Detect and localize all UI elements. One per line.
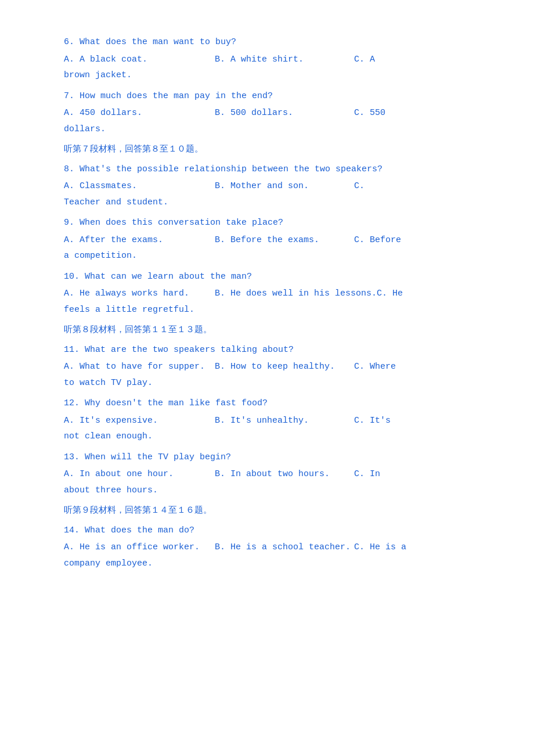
question-block-q11: 11. What are the two speakers talking ab…: [64, 343, 488, 391]
option-a-q13: A. In about one hour.: [64, 467, 215, 482]
overflow-q14: company employee.: [64, 556, 488, 571]
question-text-q9: 9. When does this conversation take plac…: [64, 215, 488, 231]
option-c-q13: C. In: [354, 467, 424, 482]
option-a-q7: A. 450 dollars.: [64, 106, 215, 121]
option-a-q10: A. He always works hard.: [64, 286, 215, 301]
option-c-q7: C. 550: [354, 106, 424, 121]
question-text-q8: 8. What's the possible relationship betw…: [64, 162, 488, 177]
overflow-q7: dollars.: [64, 122, 488, 137]
question-block-q12: 12. Why doesn't the man like fast food?A…: [64, 396, 488, 444]
overflow-q12: not clean enough.: [64, 429, 488, 444]
option-b-q13: B. In about two hours.: [215, 467, 354, 482]
question-text-q6: 6. What does the man want to buy?: [64, 35, 488, 50]
options-line-q7: A. 450 dollars.B. 500 dollars.C. 550: [64, 106, 488, 121]
overflow-q6: brown jacket.: [64, 68, 488, 83]
options-line-q14: A. He is an office worker.B. He is a sch…: [64, 540, 488, 555]
question-block-q7: 7. How much does the man pay in the end?…: [64, 89, 488, 137]
options-line-q10: A. He always works hard.B. He does well …: [64, 286, 488, 301]
section-header-section8: 听第８段材料，回答第１１至１３题。: [64, 323, 488, 338]
question-text-q14: 14. What does the man do?: [64, 523, 488, 538]
options-line-q9: A. After the exams.B. Before the exams.C…: [64, 233, 488, 248]
question-block-q6: 6. What does the man want to buy?A. A bl…: [64, 35, 488, 83]
question-text-q11: 11. What are the two speakers talking ab…: [64, 343, 488, 358]
option-c-q12: C. It's: [354, 413, 424, 429]
option-b-q11: B. How to keep healthy.: [215, 359, 354, 375]
question-block-q14: 14. What does the man do?A. He is an off…: [64, 523, 488, 571]
option-b-q7: B. 500 dollars.: [215, 106, 354, 121]
option-a-q12: A. It's expensive.: [64, 413, 215, 429]
question-block-q8: 8. What's the possible relationship betw…: [64, 162, 488, 210]
options-line-q6: A. A black coat.B. A white shirt.C. A: [64, 52, 488, 67]
exam-content: 6. What does the man want to buy?A. A bl…: [64, 35, 488, 571]
option-b-q9: B. Before the exams.: [215, 233, 354, 248]
overflow-q13: about three hours.: [64, 483, 488, 498]
options-line-q11: A. What to have for supper.B. How to kee…: [64, 359, 488, 375]
option-b-q14: B. He is a school teacher.: [215, 540, 354, 555]
option-a-q6: A. A black coat.: [64, 52, 215, 67]
section-header-section9: 听第９段材料，回答第１４至１６题。: [64, 503, 488, 519]
option-b-q6: B. A white shirt.: [215, 52, 354, 67]
section-header-section7: 听第７段材料，回答第８至１０题。: [64, 142, 488, 157]
question-text-q13: 13. When will the TV play begin?: [64, 450, 488, 465]
overflow-q9: a competition.: [64, 249, 488, 264]
option-a-q11: A. What to have for supper.: [64, 359, 215, 375]
question-text-q10: 10. What can we learn about the man?: [64, 269, 488, 285]
options-line-q13: A. In about one hour.B. In about two hou…: [64, 467, 488, 482]
options-line-q8: A. Classmates.B. Mother and son.C.: [64, 179, 488, 194]
option-c-q8: C.: [354, 179, 424, 194]
option-c-q14: C. He is a: [354, 540, 424, 555]
option-a-q14: A. He is an office worker.: [64, 540, 215, 555]
option-b-q8: B. Mother and son.: [215, 179, 354, 194]
option-c-q11: C. Where: [354, 359, 424, 375]
option-b-q10: B. He does well in his lessons.: [215, 286, 377, 301]
question-text-q7: 7. How much does the man pay in the end?: [64, 89, 488, 104]
options-line-q12: A. It's expensive.B. It's unhealthy.C. I…: [64, 413, 488, 429]
option-a-q9: A. After the exams.: [64, 233, 215, 248]
option-a-q8: A. Classmates.: [64, 179, 215, 194]
question-text-q12: 12. Why doesn't the man like fast food?: [64, 396, 488, 411]
question-block-q13: 13. When will the TV play begin?A. In ab…: [64, 450, 488, 498]
option-b-q12: B. It's unhealthy.: [215, 413, 354, 429]
overflow-q11: to watch TV play.: [64, 376, 488, 391]
option-c-q10: C. He: [377, 286, 446, 301]
option-c-q9: C. Before: [354, 233, 424, 248]
overflow-q10: feels a little regretful.: [64, 303, 488, 318]
question-block-q9: 9. When does this conversation take plac…: [64, 215, 488, 264]
option-c-q6: C. A: [354, 52, 424, 67]
overflow-q8: Teacher and student.: [64, 195, 488, 210]
question-block-q10: 10. What can we learn about the man?A. H…: [64, 269, 488, 318]
